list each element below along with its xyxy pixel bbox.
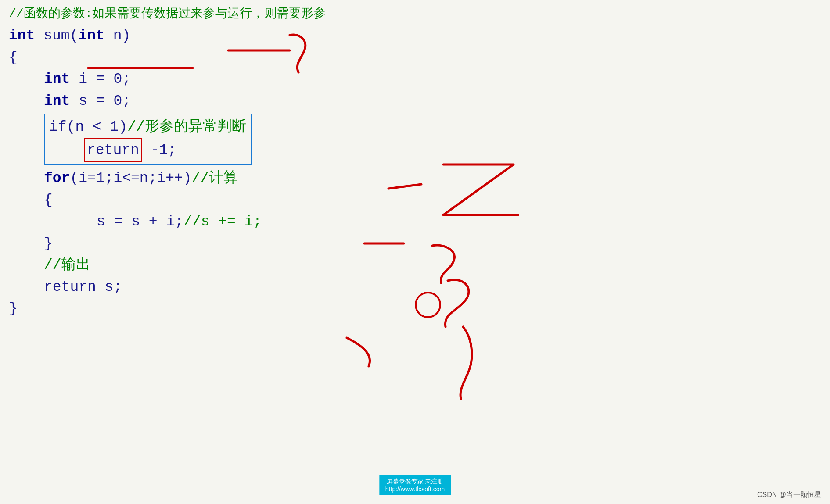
for-line: for(i=1;i<=n;i++)//计算 <box>44 168 342 189</box>
if-block: if(n < 1)//形参的异常判断 return -1; <box>44 114 252 165</box>
if-line: if(n < 1)//形参的异常判断 <box>49 116 246 138</box>
code-line-4: int s = 0; <box>44 90 342 112</box>
code-line-3: int i = 0; <box>44 68 342 90</box>
return-line: return -1; <box>84 138 246 163</box>
for-open-brace: { <box>44 189 342 211</box>
for-close-brace: } <box>44 233 342 255</box>
watermark: 屏幕录像专家 未注册 http://www.tlxsoft.com <box>379 475 451 495</box>
svg-point-3 <box>416 293 440 317</box>
code-section: //函数的参数:如果需要传数据过来参与运行，则需要形参 int sum(int … <box>0 0 351 325</box>
code-line-2: { <box>9 47 342 69</box>
csdn-credit: CSDN @当一颗恒星 <box>757 490 821 500</box>
svg-line-2 <box>388 184 421 189</box>
output-comment: //输出 <box>44 254 342 276</box>
main-container: //函数的参数:如果需要传数据过来参与运行，则需要形参 int sum(int … <box>0 0 830 504</box>
close-brace: } <box>9 298 342 320</box>
header-comment: //函数的参数:如果需要传数据过来参与运行，则需要形参 <box>9 5 342 22</box>
code-line-1: int sum(int n) <box>9 25 342 47</box>
return-s-line: return s; <box>44 276 342 298</box>
sum-line: s = s + i;//s += i; <box>97 211 342 233</box>
